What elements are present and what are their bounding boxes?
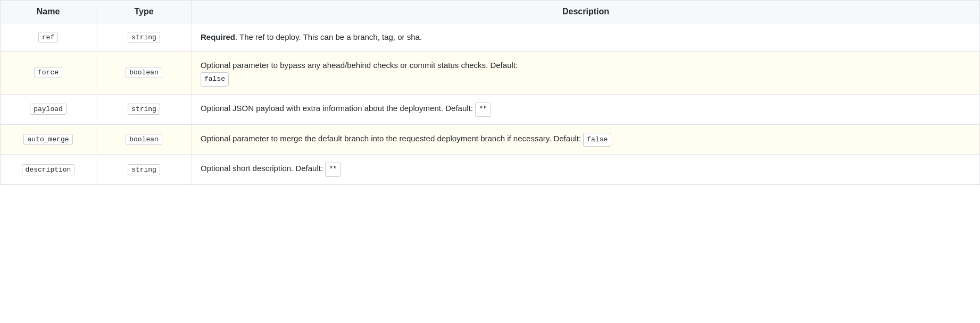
param-description: Required. The ref to deploy. This can be… xyxy=(192,23,980,52)
param-name: force xyxy=(1,52,96,95)
description-text: Optional parameter to merge the default … xyxy=(201,134,583,143)
param-type: string xyxy=(96,23,192,52)
param-type-badge: string xyxy=(128,32,160,43)
param-type: string xyxy=(96,155,192,185)
header-name: Name xyxy=(1,1,96,23)
param-name: auto_merge xyxy=(1,124,96,155)
param-name-badge: description xyxy=(22,164,75,175)
table-row: descriptionstringOptional short descript… xyxy=(1,155,980,185)
param-name-badge: auto_merge xyxy=(23,134,72,145)
description-code: "" xyxy=(325,163,341,177)
parameters-table: Name Type Description refstringRequired.… xyxy=(0,0,980,185)
param-type-badge: string xyxy=(128,104,160,115)
description-text: Optional parameter to bypass any ahead/b… xyxy=(201,61,518,70)
param-description: Optional short description. Default: "" xyxy=(192,155,980,185)
header-description: Description xyxy=(192,1,980,23)
param-type: boolean xyxy=(96,52,192,95)
param-type-badge: boolean xyxy=(126,67,162,78)
description-text: . The ref to deploy. This can be a branc… xyxy=(235,32,422,41)
description-code: false xyxy=(201,72,229,87)
param-type-badge: boolean xyxy=(126,134,162,145)
param-name-badge: force xyxy=(34,67,62,78)
description-code: "" xyxy=(475,103,491,117)
param-description: Optional parameter to merge the default … xyxy=(192,124,980,155)
param-description: Optional JSON payload with extra informa… xyxy=(192,94,980,124)
param-name-badge: ref xyxy=(38,32,58,43)
param-name-badge: payload xyxy=(30,104,67,115)
table-row: payloadstringOptional JSON payload with … xyxy=(1,94,980,124)
table-row: auto_mergebooleanOptional parameter to m… xyxy=(1,124,980,155)
param-name: payload xyxy=(1,94,96,124)
param-description: Optional parameter to bypass any ahead/b… xyxy=(192,52,980,95)
description-bold: Required xyxy=(201,32,235,41)
table-row: forcebooleanOptional parameter to bypass… xyxy=(1,52,980,95)
description-text: Optional JSON payload with extra informa… xyxy=(201,104,475,113)
description-text: Optional short description. Default: xyxy=(201,164,325,173)
param-type: boolean xyxy=(96,124,192,155)
param-type-badge: string xyxy=(128,164,160,175)
header-type: Type xyxy=(96,1,192,23)
param-type: string xyxy=(96,94,192,124)
param-name: description xyxy=(1,155,96,185)
table-row: refstringRequired. The ref to deploy. Th… xyxy=(1,23,980,52)
description-code: false xyxy=(583,133,611,147)
param-name: ref xyxy=(1,23,96,52)
